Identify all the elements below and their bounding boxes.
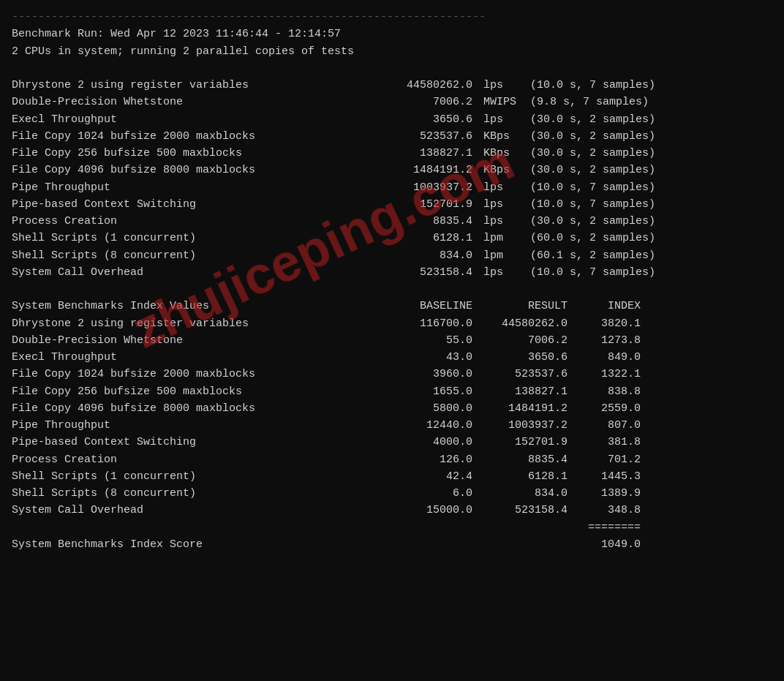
table-row-result: 152701.9 — [472, 434, 568, 451]
table-header-row: System Benchmarks Index Values BASELINE … — [12, 298, 772, 315]
bench-unit: lpm — [472, 247, 524, 264]
table-row-baseline: 12440.0 — [377, 417, 472, 434]
benchmark-raw-row: Execl Throughput3650.6 lps (30.0 s, 2 sa… — [12, 111, 772, 128]
bench-label: Pipe Throughput — [12, 179, 377, 196]
table-row-result: 6128.1 — [472, 468, 568, 485]
table-row: File Copy 256 bufsize 500 maxblocks 1655… — [12, 383, 772, 400]
bench-value: 523537.6 — [377, 128, 472, 145]
bench-value: 6128.1 — [377, 230, 472, 247]
table-row-index: 701.2 — [568, 451, 641, 468]
benchmark-raw-row: Shell Scripts (8 concurrent)834.0 lpm (6… — [12, 247, 772, 264]
table-row-index: 1322.1 — [568, 366, 641, 383]
table-row-index: 807.0 — [568, 417, 641, 434]
equals-spacer3 — [472, 519, 568, 536]
benchmark-raw-row: Double-Precision Whetstone7006.2 MWIPS (… — [12, 94, 772, 110]
bench-value: 7006.2 — [377, 94, 472, 110]
table-row: Dhrystone 2 using register variables 116… — [12, 315, 772, 332]
table-section: System Benchmarks Index Values BASELINE … — [12, 298, 772, 553]
table-col-result-header: RESULT — [472, 298, 568, 315]
bench-detail: (60.1 s, 2 samples) — [524, 247, 655, 264]
benchmark-raw-row: Process Creation8835.4 lps (30.0 s, 2 sa… — [12, 213, 772, 230]
table-row-label: File Copy 4096 bufsize 8000 maxblocks — [12, 400, 377, 417]
table-row-label: Pipe-based Context Switching — [12, 434, 377, 451]
score-label: System Benchmarks Index Score — [12, 536, 377, 553]
bench-label: Double-Precision Whetstone — [12, 94, 377, 110]
header-line1: Benchmark Run: Wed Apr 12 2023 11:46:44 … — [12, 26, 772, 42]
bench-value: 44580262.0 — [377, 77, 472, 94]
bench-value: 8835.4 — [377, 213, 472, 230]
table-col-baseline-header: BASELINE — [377, 298, 472, 315]
table-row: File Copy 1024 bufsize 2000 maxblocks 39… — [12, 366, 772, 383]
bench-value: 1484191.2 — [377, 162, 472, 178]
bench-unit: lps — [472, 111, 524, 128]
benchmark-raw-row: File Copy 256 bufsize 500 maxblocks13882… — [12, 145, 772, 162]
table-row: Shell Scripts (8 concurrent) 6.0 834.0 1… — [12, 485, 772, 502]
table-row: Execl Throughput 43.0 3650.6 849.0 — [12, 349, 772, 366]
table-row-baseline: 3960.0 — [377, 366, 472, 383]
score-spacer2 — [472, 536, 568, 553]
table-row: Pipe Throughput 12440.0 1003937.2 807.0 — [12, 417, 772, 434]
table-row-index: 1273.8 — [568, 332, 641, 349]
benchmark-raw-row: Pipe-based Context Switching152701.9 lps… — [12, 196, 772, 213]
bench-label: System Call Overhead — [12, 264, 377, 281]
bench-unit: lps — [472, 264, 524, 281]
equals-spacer2 — [377, 519, 472, 536]
table-row-result: 1003937.2 — [472, 417, 568, 434]
bench-value: 1003937.2 — [377, 179, 472, 196]
table-row-label: Shell Scripts (1 concurrent) — [12, 468, 377, 485]
score-value: 1049.0 — [568, 536, 641, 553]
bench-unit: lpm — [472, 230, 524, 247]
bench-detail: (30.0 s, 2 samples) — [524, 128, 655, 145]
benchmark-raw-row: System Call Overhead523158.4 lps (10.0 s… — [12, 264, 772, 281]
table-row-baseline: 43.0 — [377, 349, 472, 366]
equals-spacer — [12, 519, 377, 536]
table-row-index: 849.0 — [568, 349, 641, 366]
table-col-index-header: INDEX — [568, 298, 641, 315]
bench-unit: lps — [472, 77, 524, 94]
bench-label: Pipe-based Context Switching — [12, 196, 377, 213]
table-row: Process Creation 126.0 8835.4 701.2 — [12, 451, 772, 468]
bench-value: 152701.9 — [377, 196, 472, 213]
table-row: Pipe-based Context Switching 4000.0 1527… — [12, 434, 772, 451]
table-row: File Copy 4096 bufsize 8000 maxblocks 58… — [12, 400, 772, 417]
table-row-result: 834.0 — [472, 485, 568, 502]
table-row-baseline: 42.4 — [377, 468, 472, 485]
bench-label: File Copy 256 bufsize 500 maxblocks — [12, 145, 377, 162]
bench-value: 523158.4 — [377, 264, 472, 281]
bench-detail: (10.0 s, 7 samples) — [524, 77, 655, 94]
bench-label: Shell Scripts (1 concurrent) — [12, 230, 377, 247]
table-row-index: 3820.1 — [568, 315, 641, 332]
separator-top: ----------------------------------------… — [12, 9, 772, 26]
bench-detail: (30.0 s, 2 samples) — [524, 111, 655, 128]
table-row: System Call Overhead 15000.0 523158.4 34… — [12, 502, 772, 519]
table-row-label: System Call Overhead — [12, 502, 377, 519]
table-row-baseline: 1655.0 — [377, 383, 472, 400]
bench-unit: KBps — [472, 128, 524, 145]
table-row-label: File Copy 256 bufsize 500 maxblocks — [12, 383, 377, 400]
benchmarks-raw-section: Dhrystone 2 using register variables4458… — [12, 77, 772, 281]
table-row-result: 523537.6 — [472, 366, 568, 383]
benchmark-raw-row: File Copy 1024 bufsize 2000 maxblocks523… — [12, 128, 772, 145]
bench-label: File Copy 1024 bufsize 2000 maxblocks — [12, 128, 377, 145]
bench-detail: (30.0 s, 2 samples) — [524, 162, 655, 178]
table-header-label: System Benchmarks Index Values — [12, 298, 377, 315]
table-row-label: Double-Precision Whetstone — [12, 332, 377, 349]
table-row-result: 1484191.2 — [472, 400, 568, 417]
equals-symbol: ======== — [568, 519, 641, 536]
table-row-result: 8835.4 — [472, 451, 568, 468]
table-row-label: Process Creation — [12, 451, 377, 468]
bench-unit: KBps — [472, 162, 524, 178]
table-row-index: 381.8 — [568, 434, 641, 451]
header-line2: 2 CPUs in system; running 2 parallel cop… — [12, 43, 772, 60]
bench-value: 138827.1 — [377, 145, 472, 162]
table-row-baseline: 15000.0 — [377, 502, 472, 519]
table-row: Shell Scripts (1 concurrent) 42.4 6128.1… — [12, 468, 772, 485]
table-row-baseline: 126.0 — [377, 451, 472, 468]
bench-unit: KBps — [472, 145, 524, 162]
table-row-result: 3650.6 — [472, 349, 568, 366]
benchmark-raw-row: Pipe Throughput1003937.2 lps (10.0 s, 7 … — [12, 179, 772, 196]
bench-detail: (30.0 s, 2 samples) — [524, 145, 655, 162]
bench-detail: (60.0 s, 2 samples) — [524, 230, 655, 247]
bench-value: 834.0 — [377, 247, 472, 264]
bench-unit: lps — [472, 213, 524, 230]
